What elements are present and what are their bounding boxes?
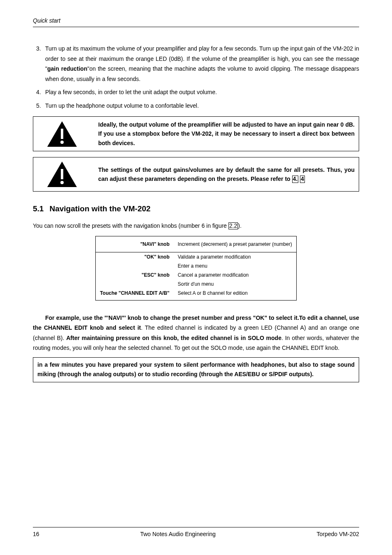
ref-link[interactable]: 4. xyxy=(292,176,299,183)
page-footer: 16 Two Notes Audio Engineering Torpedo V… xyxy=(33,527,359,539)
warning-text: Ideally, the output volume of the preamp… xyxy=(98,120,355,148)
para-bold: After maintaining pressure on this knob,… xyxy=(66,335,281,341)
warning-box-1: Ideally, the output volume of the preamp… xyxy=(33,116,359,151)
step-number: 4. xyxy=(36,87,41,97)
footer-right: Torpedo VM-202 xyxy=(316,530,359,539)
table-row: Touche "CHANNEL EDIT A/B" Select A or B … xyxy=(96,289,296,301)
gain-reduction-label: gain reduction xyxy=(47,65,87,72)
table-row: Sortir d'un menu xyxy=(96,280,296,289)
footer-center: Two Notes Audio Engineering xyxy=(140,530,216,539)
table-row: Enter a menu xyxy=(96,261,296,271)
page-number: 16 xyxy=(33,530,39,539)
intro-text: ). xyxy=(238,222,242,229)
knob-desc: Cancel a parameter modification xyxy=(174,271,297,280)
example-paragraph: For example, use the "'NAVI"' knob to ch… xyxy=(33,313,359,353)
knob-desc: Enter a menu xyxy=(174,261,297,271)
step-number: 5. xyxy=(36,101,41,111)
warning-icon xyxy=(37,161,87,188)
knob-table: "NAVI" knob Increment (decrement) a pres… xyxy=(95,236,296,301)
table-row: "ESC" knob Cancel a parameter modificati… xyxy=(96,271,296,280)
ref-link[interactable]: 4 xyxy=(300,176,305,183)
knob-desc: Increment (decrement) a preset parameter… xyxy=(174,236,297,252)
knob-label: "OK" knob xyxy=(96,252,174,261)
step-3: 3. Turn up at its maximum the volume of … xyxy=(45,44,359,84)
section-heading: 5.1Navigation with the VM-202 xyxy=(33,203,359,215)
knob-desc: Sortir d'un menu xyxy=(174,280,297,289)
table-row: "OK" knob Validate a parameter modificat… xyxy=(96,252,296,261)
step-5: 5. Turn up the headphone output volume t… xyxy=(45,101,359,111)
table-row: "NAVI" knob Increment (decrement) a pres… xyxy=(96,236,296,252)
page-header: Quick start xyxy=(33,16,359,27)
svg-rect-4 xyxy=(61,169,63,179)
warning-text-part: The settings of the output gains/volumes… xyxy=(98,166,355,182)
section-title: Navigation with the VM-202 xyxy=(49,204,150,213)
para-bold: For example, use the "'NAVI"' knob to ch… xyxy=(45,314,299,321)
knob-desc: Validate a parameter modification xyxy=(174,252,297,261)
svg-point-5 xyxy=(60,181,64,184)
ref-link[interactable]: 2.2 xyxy=(228,222,238,229)
step-text: "on the screen, meaning that the machine… xyxy=(45,65,359,82)
step-4: 4. Play a few seconds, in order to let t… xyxy=(45,87,359,97)
svg-rect-1 xyxy=(61,129,63,139)
intro-text: You can now scroll the presets with the … xyxy=(33,222,228,229)
section-number: 5.1 xyxy=(33,203,44,215)
warning-box-2: The settings of the output gains/volumes… xyxy=(33,157,359,192)
knob-desc: Select A or B channel for edition xyxy=(174,289,297,301)
steps-list: 3. Turn up at its maximum the volume of … xyxy=(33,44,359,111)
knob-label: "NAVI" knob xyxy=(96,236,174,252)
svg-point-2 xyxy=(60,141,64,144)
knob-label: "ESC" knob xyxy=(96,271,174,280)
knob-label: Touche "CHANNEL EDIT A/B" xyxy=(96,289,174,301)
warning-text: The settings of the output gains/volumes… xyxy=(98,165,355,184)
step-text: Play a few seconds, in order to let the … xyxy=(45,89,217,95)
step-number: 3. xyxy=(36,44,41,54)
warning-icon xyxy=(37,120,87,148)
step-text: Turn up the headphone output volume to a… xyxy=(45,102,199,109)
summary-box: in a few minutes you have prepared your … xyxy=(33,357,359,383)
intro-paragraph: You can now scroll the presets with the … xyxy=(33,222,359,230)
